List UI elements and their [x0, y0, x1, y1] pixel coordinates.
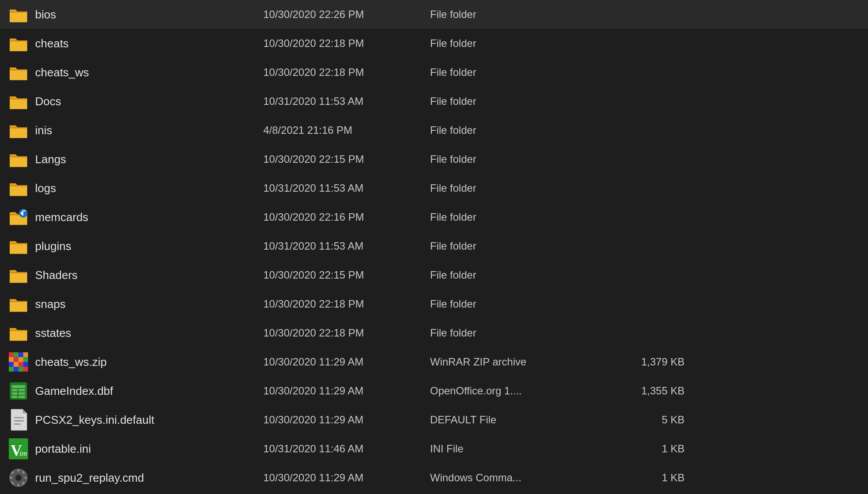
- file-row[interactable]: sstates 10/30/2020 22:18 PM File folder: [0, 319, 868, 347]
- file-size: 1,355 KB: [597, 385, 685, 397]
- file-row[interactable]: Shaders 10/30/2020 22:15 PM File folder: [0, 261, 868, 290]
- file-row[interactable]: V im portable.ini 10/31/2020 11:46 AM IN…: [0, 434, 868, 463]
- file-name: cheats: [35, 37, 263, 50]
- svg-rect-24: [14, 362, 18, 367]
- svg-rect-6: [10, 185, 27, 186]
- file-type: File folder: [430, 95, 597, 107]
- svg-rect-38: [18, 396, 25, 398]
- file-date: 10/30/2020 11:29 AM: [263, 385, 430, 397]
- folder-icon: [9, 34, 28, 53]
- svg-rect-29: [18, 367, 23, 372]
- file-type: DEFAULT File: [430, 414, 597, 426]
- dbf-icon: [9, 381, 28, 401]
- file-name: bios: [35, 8, 263, 21]
- file-row[interactable]: snaps 10/30/2020 22:18 PM File folder: [0, 290, 868, 319]
- file-date: 10/31/2020 11:46 AM: [263, 443, 430, 455]
- svg-rect-0: [10, 11, 27, 12]
- svg-rect-47: [18, 469, 19, 472]
- file-row[interactable]: Docs 10/31/2020 11:53 AM File folder: [0, 87, 868, 116]
- svg-rect-17: [18, 352, 23, 357]
- file-row[interactable]: logs 10/31/2020 11:53 AM File folder: [0, 174, 868, 203]
- file-type: File folder: [430, 124, 597, 136]
- svg-text:im: im: [19, 448, 27, 457]
- file-row[interactable]: inis 4/8/2021 21:16 PM File folder: [0, 116, 868, 145]
- svg-rect-30: [23, 367, 28, 372]
- file-date: 10/30/2020 22:18 PM: [263, 66, 430, 79]
- file-type: WinRAR ZIP archive: [430, 356, 597, 368]
- file-size: 5 KB: [597, 414, 685, 426]
- folder-icon: [9, 92, 28, 111]
- svg-rect-12: [10, 272, 27, 273]
- svg-rect-11: [10, 243, 27, 244]
- file-type: File folder: [430, 182, 597, 194]
- svg-rect-18: [23, 352, 28, 357]
- file-type: File folder: [430, 66, 597, 79]
- file-date: 10/30/2020 11:29 AM: [263, 472, 430, 484]
- file-list: bios 10/30/2020 22:26 PM File folder che…: [0, 0, 868, 492]
- file-icon: [9, 410, 28, 430]
- file-name: snaps: [35, 297, 263, 311]
- zip-icon: [9, 352, 28, 372]
- svg-rect-19: [9, 357, 14, 362]
- file-type: File folder: [430, 153, 597, 165]
- folder-icon: [9, 179, 28, 198]
- folder-icon: [9, 63, 28, 82]
- file-date: 10/30/2020 22:18 PM: [263, 298, 430, 310]
- svg-rect-33: [12, 389, 18, 392]
- svg-rect-35: [12, 392, 18, 395]
- svg-rect-16: [14, 352, 18, 357]
- svg-rect-13: [10, 301, 27, 302]
- file-type: File folder: [430, 327, 597, 339]
- svg-rect-14: [10, 330, 27, 331]
- file-row[interactable]: run_spu2_replay.cmd 10/30/2020 11:29 AM …: [0, 463, 868, 492]
- svg-rect-20: [14, 357, 18, 362]
- svg-rect-37: [12, 396, 18, 398]
- file-name: logs: [35, 182, 263, 195]
- svg-rect-28: [14, 367, 18, 372]
- svg-rect-50: [24, 477, 27, 479]
- file-row[interactable]: Langs 10/30/2020 22:15 PM File folder: [0, 145, 868, 174]
- file-size: 1 KB: [597, 472, 685, 484]
- svg-rect-3: [10, 98, 27, 99]
- svg-point-55: [16, 476, 21, 480]
- file-name: plugins: [35, 240, 263, 253]
- svg-rect-49: [10, 477, 13, 479]
- svg-rect-34: [18, 389, 25, 392]
- svg-rect-22: [23, 357, 28, 362]
- file-row[interactable]: PCSX2_keys.ini.default 10/30/2020 11:29 …: [0, 405, 868, 434]
- svg-rect-36: [18, 392, 25, 395]
- svg-rect-4: [10, 127, 27, 128]
- file-date: 10/30/2020 22:18 PM: [263, 37, 430, 50]
- file-type: OpenOffice.org 1....: [430, 385, 597, 397]
- file-date: 4/8/2021 21:16 PM: [263, 124, 430, 136]
- file-name: GameIndex.dbf: [35, 384, 263, 398]
- file-type: Windows Comma...: [430, 472, 597, 484]
- svg-rect-23: [9, 362, 14, 367]
- file-type: File folder: [430, 211, 597, 223]
- file-row[interactable]: cheats_ws.zip 10/30/2020 11:29 AM WinRAR…: [0, 347, 868, 376]
- file-type: File folder: [430, 37, 597, 50]
- file-row[interactable]: GameIndex.dbf 10/30/2020 11:29 AM OpenOf…: [0, 376, 868, 405]
- folder-icon: [9, 121, 28, 140]
- svg-rect-26: [23, 362, 28, 367]
- file-row[interactable]: cheats_ws 10/30/2020 22:18 PM File folde…: [0, 58, 868, 87]
- file-row[interactable]: cheats 10/30/2020 22:18 PM File folder: [0, 29, 868, 58]
- file-date: 10/30/2020 11:29 AM: [263, 356, 430, 368]
- folder-icon: [9, 294, 28, 314]
- folder-icon: [9, 265, 28, 285]
- file-size: 1 KB: [597, 443, 685, 455]
- file-date: 10/30/2020 22:26 PM: [263, 8, 430, 21]
- file-name: PCSX2_keys.ini.default: [35, 413, 263, 427]
- folder-special-icon: [9, 208, 28, 227]
- cmd-icon: [9, 468, 28, 487]
- file-name: sstates: [35, 326, 263, 340]
- file-row[interactable]: bios 10/30/2020 22:26 PM File folder: [0, 0, 868, 29]
- svg-rect-2: [10, 69, 27, 70]
- file-row[interactable]: memcards 10/30/2020 22:16 PM File folder: [0, 203, 868, 232]
- file-name: memcards: [35, 211, 263, 224]
- file-date: 10/30/2020 22:18 PM: [263, 327, 430, 339]
- folder-icon: [9, 150, 28, 169]
- file-date: 10/30/2020 22:15 PM: [263, 269, 430, 281]
- file-name: inis: [35, 124, 263, 137]
- file-row[interactable]: plugins 10/31/2020 11:53 AM File folder: [0, 232, 868, 261]
